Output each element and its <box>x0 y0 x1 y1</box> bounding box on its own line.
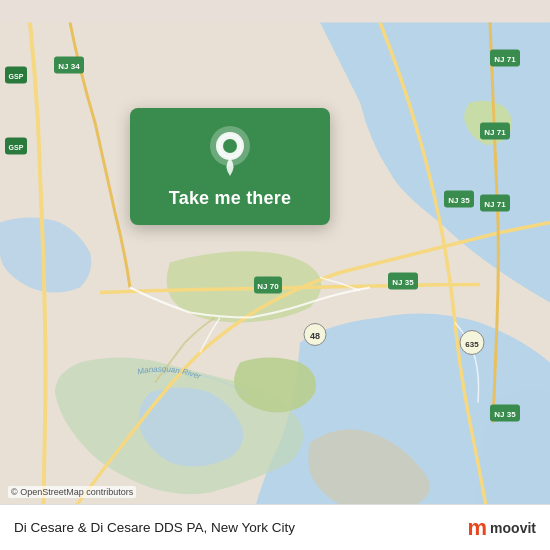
take-me-there-button-label: Take me there <box>169 188 291 209</box>
location-pin-icon <box>208 126 252 178</box>
svg-text:NJ 34: NJ 34 <box>58 62 80 71</box>
location-icon-wrapper <box>204 126 256 178</box>
svg-text:NJ 71: NJ 71 <box>494 55 516 64</box>
svg-text:NJ 35: NJ 35 <box>448 196 470 205</box>
svg-point-28 <box>223 139 237 153</box>
svg-text:GSP: GSP <box>9 73 24 80</box>
map-svg: NJ 34 GSP GSP NJ 71 NJ 71 NJ 71 NJ 35 NJ… <box>0 0 550 550</box>
svg-text:48: 48 <box>310 331 320 341</box>
moovit-m-letter: m <box>468 517 488 539</box>
svg-text:NJ 35: NJ 35 <box>392 278 414 287</box>
svg-text:635: 635 <box>465 340 479 349</box>
svg-text:NJ 71: NJ 71 <box>484 128 506 137</box>
map-container: NJ 34 GSP GSP NJ 71 NJ 71 NJ 71 NJ 35 NJ… <box>0 0 550 550</box>
bottom-bar: Di Cesare & Di Cesare DDS PA, New York C… <box>0 504 550 550</box>
svg-text:NJ 71: NJ 71 <box>484 200 506 209</box>
moovit-wordmark: moovit <box>490 520 536 536</box>
moovit-logo: m moovit <box>468 517 536 539</box>
take-me-there-card[interactable]: Take me there <box>130 108 330 225</box>
svg-text:NJ 70: NJ 70 <box>257 282 279 291</box>
location-title: Di Cesare & Di Cesare DDS PA, New York C… <box>14 520 295 535</box>
svg-text:NJ 35: NJ 35 <box>494 410 516 419</box>
svg-text:GSP: GSP <box>9 144 24 151</box>
osm-attribution: © OpenStreetMap contributors <box>8 486 136 498</box>
